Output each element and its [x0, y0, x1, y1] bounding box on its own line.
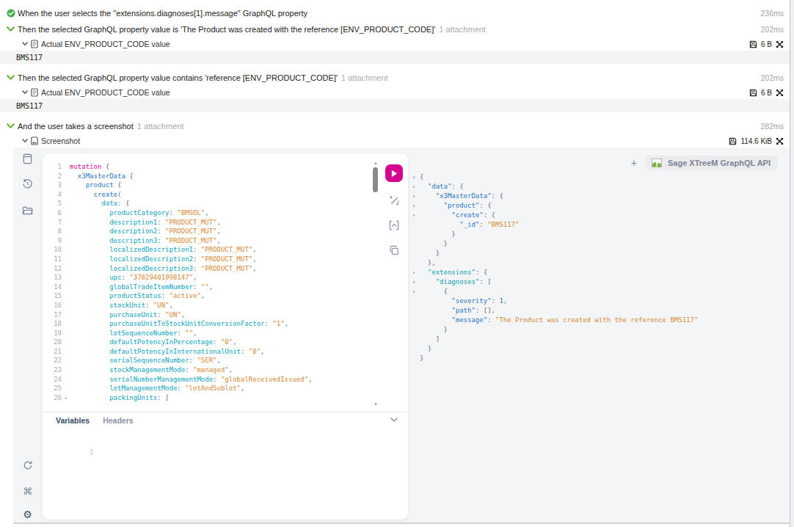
- step-row-3[interactable]: Then the selected GraphQL property value…: [0, 70, 794, 86]
- floppy-disk-icon[interactable]: [729, 137, 737, 145]
- refetch-schema-icon[interactable]: [21, 459, 34, 471]
- query-code-line: 20 defaultPotencyInPercentage: "0",: [45, 338, 367, 347]
- execute-query-button[interactable]: [385, 164, 403, 182]
- keyboard-shortcuts-icon[interactable]: ⌘: [21, 485, 34, 498]
- query-code-line: 17 purchaseUnit: "UN",: [45, 310, 367, 320]
- expand-x-icon[interactable]: [776, 40, 784, 48]
- attachment-title: Screenshot: [41, 136, 80, 145]
- query-code-line: 24 serialNumberManagementMode: "globalRe…: [45, 375, 367, 385]
- step-duration: 236ms: [760, 9, 784, 18]
- response-code-line: }: [412, 325, 698, 335]
- history-icon[interactable]: [21, 178, 34, 190]
- query-code-line: 12 localizedDescription3: "PRODUCT_MUT",: [45, 264, 367, 274]
- attachment-title: Actual ENV_PRODUCT_CODE value: [41, 88, 170, 97]
- expand-x-icon[interactable]: [776, 137, 784, 145]
- query-code-line: 14 globalTradeItemNumber: "",: [45, 283, 367, 292]
- floppy-disk-icon[interactable]: [749, 89, 757, 97]
- step-duration: 202ms: [760, 73, 784, 82]
- attachment-value: BMS117: [16, 102, 43, 110]
- query-code-line: 11 localizedDescription2: "PRODUCT_MUT",: [45, 255, 367, 264]
- document-icon: [31, 88, 38, 97]
- explorer-folder-icon[interactable]: [21, 204, 34, 216]
- attachment-header[interactable]: Actual ENV_PRODUCT_CODE value 6 B: [0, 86, 794, 99]
- step-row-1[interactable]: When the user selects the "extensions.di…: [0, 5, 794, 21]
- new-tab-button[interactable]: +: [631, 157, 637, 169]
- response-viewer: ▾{▾ "data": {▾ "x3MasterData": {▾ "produ…: [412, 172, 698, 363]
- query-code-line: 15 productStatus: "active",: [45, 291, 367, 301]
- query-code-line: 10 localizedDescription1: "PRODUCT_MUT",: [45, 245, 367, 255]
- collapse-chevron-icon[interactable]: [390, 418, 398, 423]
- attachment-value: BMS117: [16, 54, 43, 62]
- expand-x-icon[interactable]: [776, 89, 784, 97]
- step-label: When the user selects the "extensions.di…: [18, 9, 307, 18]
- prettify-wand-icon[interactable]: [387, 194, 401, 207]
- step-duration: 202ms: [760, 25, 784, 34]
- scroll-down-arrow[interactable]: ▼: [373, 402, 379, 407]
- test-report: When the user selects the "extensions.di…: [0, 0, 794, 524]
- query-code-line: 23 stockManagementMode: "managed",: [45, 365, 367, 375]
- broken-image-icon: [652, 158, 662, 167]
- response-code-line: }: [412, 354, 698, 363]
- green-chevron-down-icon: [6, 25, 15, 34]
- docs-icon[interactable]: [21, 153, 34, 165]
- response-code-line: }: [412, 230, 698, 239]
- scroll-up-arrow[interactable]: ▲: [373, 161, 379, 165]
- session-tab[interactable]: Sage XTreeM GraphQL API: [646, 156, 778, 170]
- query-code-line: 6 productCategory: "BMSOL",: [45, 208, 367, 218]
- screenshot-attachment-graphiql: ⌘ ⚙ 1 mutation {2 x3MasterData {3 produc…: [13, 147, 790, 524]
- api-tab-title: Sage XTreeM GraphQL API: [668, 158, 771, 167]
- attachment-value-band: BMS117: [0, 51, 790, 64]
- query-code-line: 22 serialSequenceNumber: "SER",: [45, 356, 367, 365]
- step-row-2[interactable]: Then the selected GraphQL property value…: [0, 21, 794, 37]
- query-code-line: 1 mutation {: [45, 162, 367, 172]
- copy-query-icon[interactable]: [387, 244, 401, 257]
- floppy-disk-icon[interactable]: [749, 40, 757, 48]
- variables-line-number: 1: [77, 448, 93, 457]
- tab-variables[interactable]: Variables: [56, 416, 90, 425]
- response-code-line: "message": "The Product was created with…: [412, 316, 698, 325]
- image-icon: [31, 136, 38, 145]
- query-editor-panel: 1 mutation {2 x3MasterData {3 product {4…: [43, 153, 408, 520]
- response-code-line: ▾ "data": {: [412, 182, 698, 192]
- query-code-line: 25 lotManagementMode: "lotAndSublot",: [45, 384, 367, 393]
- green-chevron-down-icon: [6, 73, 15, 83]
- response-code-line: ▾ {: [412, 287, 698, 296]
- tab-headers[interactable]: Headers: [103, 416, 133, 425]
- green-chevron-down-icon: [6, 122, 15, 131]
- scrollbar-thumb[interactable]: [373, 167, 378, 192]
- green-check-circle-icon: [6, 9, 15, 18]
- query-editor[interactable]: 1 mutation {2 x3MasterData {3 product {4…: [45, 162, 367, 402]
- step-label: Then the selected GraphQL property value…: [18, 25, 435, 34]
- attachment-count-note: 1 attachment: [341, 73, 388, 82]
- query-code-line: 26▾ packingUnits: [: [45, 393, 367, 403]
- query-code-line: 18 purchaseUnitToStockUnitConversionFact…: [45, 319, 367, 329]
- query-code-line: 3 product {: [45, 181, 367, 190]
- query-code-line: 4 create(: [45, 190, 367, 200]
- attachment-header[interactable]: Actual ENV_PRODUCT_CODE value 6 B: [0, 37, 794, 51]
- settings-gear-icon[interactable]: ⚙: [21, 508, 34, 520]
- response-code-line: ▾ "x3MasterData": {: [412, 192, 698, 201]
- chevron-down-icon: [22, 139, 28, 143]
- merge-fragments-icon[interactable]: [387, 219, 401, 232]
- attachment-size: 114.6 KiB: [740, 137, 772, 145]
- response-code-line: ▾ "extensions": {: [412, 268, 698, 277]
- attachment-size: 6 B: [761, 89, 772, 97]
- step-label: And the user takes a screenshot: [18, 122, 134, 131]
- response-code-line: ]: [412, 335, 698, 344]
- query-code-line: 19 lotSequenceNumber: "",: [45, 329, 367, 338]
- step-duration: 282ms: [760, 122, 784, 131]
- attachment-header-screenshot[interactable]: Screenshot 114.6 KiB: [0, 134, 794, 147]
- page-scrollbar[interactable]: [790, 0, 794, 527]
- step-label: Then the selected GraphQL property value…: [18, 73, 338, 82]
- query-code-line: 2 x3MasterData {: [45, 172, 367, 181]
- chevron-down-icon: [22, 42, 28, 46]
- editor-scrollbar[interactable]: ▲ ▼: [373, 164, 379, 406]
- query-code-line: 9 description3: "PRODUCT_MUT",: [45, 236, 367, 246]
- response-code-line: },: [412, 258, 698, 268]
- query-code-line: 13 upc: "37829401998147",: [45, 273, 367, 283]
- response-code-line: }: [412, 344, 698, 354]
- chevron-down-icon: [22, 90, 28, 95]
- variables-editor[interactable]: 1: [45, 438, 93, 448]
- response-code-line: ▾ "diagnoses": [: [412, 277, 698, 287]
- step-row-4[interactable]: And the user takes a screenshot 1 attach…: [0, 118, 794, 134]
